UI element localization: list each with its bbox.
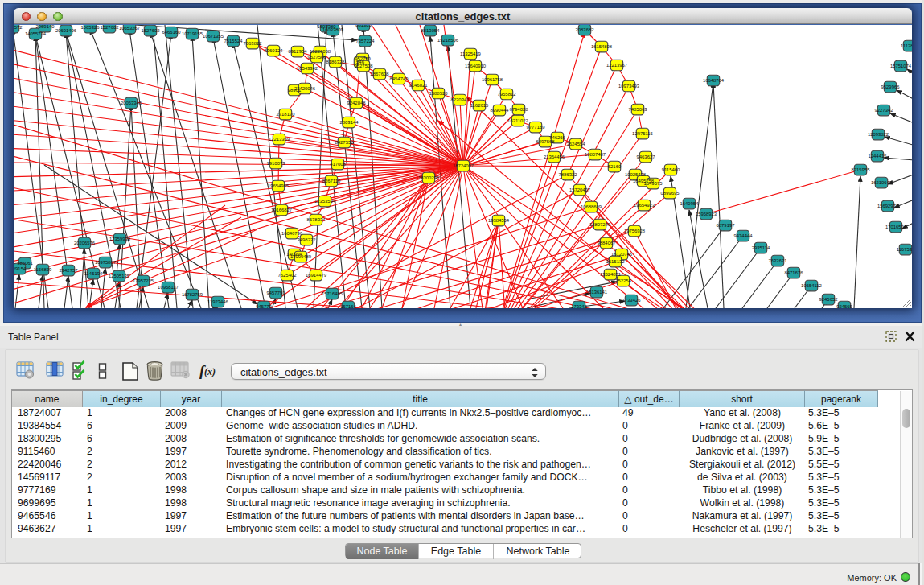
- svg-text:10671355: 10671355: [203, 34, 224, 39]
- svg-text:19654985: 19654985: [268, 183, 290, 188]
- svg-text:3498222: 3498222: [298, 237, 316, 242]
- svg-text:9115460: 9115460: [662, 167, 680, 172]
- svg-text:15958923: 15958923: [696, 212, 717, 216]
- svg-text:1733426: 1733426: [622, 298, 642, 303]
- svg-text:8215955: 8215955: [852, 167, 871, 172]
- svg-text:1112841: 1112841: [901, 43, 912, 48]
- svg-text:12093822: 12093822: [868, 132, 889, 137]
- svg-text:17016504: 17016504: [885, 225, 907, 229]
- svg-text:16120746: 16120746: [611, 252, 633, 257]
- svg-text:924565: 924565: [836, 304, 852, 308]
- svg-text:8813054: 8813054: [421, 28, 441, 33]
- svg-text:1244415: 1244415: [869, 154, 888, 159]
- svg-text:9529966: 9529966: [881, 84, 901, 89]
- svg-text:881305: 881305: [355, 25, 372, 27]
- svg-text:10958117: 10958117: [158, 285, 179, 290]
- svg-text:8454749: 8454749: [390, 76, 409, 81]
- svg-text:8267110: 8267110: [322, 179, 341, 183]
- svg-text:18724007: 18724007: [453, 163, 474, 168]
- svg-text:16211022: 16211022: [507, 118, 528, 123]
- svg-text:21364456: 21364456: [544, 154, 565, 159]
- svg-text:10975867: 10975867: [95, 260, 116, 265]
- svg-text:16046796: 16046796: [281, 231, 303, 236]
- svg-text:9777169: 9777169: [527, 125, 545, 130]
- svg-text:1588520: 1588520: [429, 91, 449, 96]
- svg-text:19166827: 19166827: [271, 208, 292, 212]
- svg-text:12975115: 12975115: [632, 131, 653, 136]
- svg-text:2803144: 2803144: [340, 120, 359, 125]
- svg-text:20206576: 20206576: [74, 241, 96, 245]
- svg-text:1640954: 1640954: [680, 201, 700, 206]
- svg-text:22420046: 22420046: [294, 86, 316, 91]
- svg-text:39154: 39154: [14, 266, 27, 271]
- svg-text:16033809: 16033809: [322, 27, 343, 32]
- svg-text:18807249: 18807249: [589, 222, 610, 227]
- svg-text:8186328: 8186328: [326, 60, 346, 64]
- svg-text:9457791: 9457791: [267, 290, 285, 295]
- svg-text:7663822: 7663822: [244, 41, 262, 46]
- svg-text:11923446: 11923446: [207, 299, 228, 304]
- svg-text:173342: 173342: [571, 304, 587, 308]
- svg-text:252254: 252254: [615, 278, 631, 283]
- svg-text:1156829: 1156829: [34, 267, 52, 272]
- svg-text:8471676: 8471676: [785, 270, 804, 275]
- svg-text:13640910: 13640910: [465, 64, 487, 68]
- svg-text:10654112: 10654112: [801, 283, 822, 288]
- svg-text:19654923: 19654923: [634, 203, 655, 208]
- svg-text:12213369: 12213369: [269, 137, 290, 142]
- svg-text:9527506: 9527506: [308, 55, 327, 60]
- svg-text:1615132: 1615132: [606, 259, 625, 264]
- svg-text:2942757: 2942757: [60, 268, 78, 273]
- svg-text:20691406: 20691406: [55, 28, 77, 33]
- svg-text:18300295: 18300295: [418, 175, 440, 180]
- svg-text:8678334: 8678334: [307, 217, 326, 222]
- svg-text:15751074: 15751074: [890, 64, 912, 68]
- svg-text:(x): (x): [204, 366, 216, 377]
- svg-text:12505135: 12505135: [109, 274, 130, 278]
- svg-text:9227342: 9227342: [875, 108, 893, 113]
- svg-text:7886322: 7886322: [559, 172, 577, 177]
- svg-text:9527508: 9527508: [355, 64, 374, 68]
- svg-text:10973493: 10973493: [618, 84, 640, 89]
- svg-text:19218506: 19218506: [437, 38, 459, 43]
- svg-text:985061: 985061: [17, 261, 33, 266]
- svg-text:1527602: 1527602: [101, 25, 119, 30]
- svg-text:8427552: 8427552: [335, 140, 354, 145]
- svg-text:9245652: 9245652: [819, 297, 838, 302]
- svg-text:10025438: 10025438: [625, 172, 647, 177]
- svg-text:1065326: 1065326: [81, 25, 101, 30]
- svg-text:8912954: 8912954: [289, 49, 308, 54]
- svg-text:10653267: 10653267: [119, 26, 140, 31]
- svg-text:62160: 62160: [608, 164, 622, 169]
- svg-text:19384554: 19384554: [488, 218, 510, 223]
- svg-text:7632621: 7632621: [769, 258, 787, 263]
- svg-text:17957235: 17957235: [133, 278, 154, 283]
- svg-text:15136141: 15136141: [586, 290, 607, 295]
- svg-text:1910073: 1910073: [267, 161, 286, 166]
- svg-text:1162615: 1162615: [470, 103, 489, 108]
- svg-text:8990444: 8990444: [491, 108, 510, 113]
- svg-text:11325419: 11325419: [460, 51, 481, 56]
- svg-text:1649575: 1649575: [644, 181, 663, 186]
- svg-text:10961758: 10961758: [482, 77, 503, 82]
- svg-text:16782759: 16782759: [182, 292, 203, 297]
- svg-text:15692971: 15692971: [877, 204, 898, 208]
- svg-text:7955812: 7955812: [498, 92, 516, 97]
- svg-text:9146821: 9146821: [409, 83, 428, 88]
- svg-text:2867608: 2867608: [371, 72, 390, 76]
- svg-text:945779: 945779: [256, 304, 272, 308]
- svg-text:746266: 746266: [549, 135, 565, 140]
- svg-text:14055724: 14055724: [25, 31, 47, 36]
- svg-text:12213967: 12213967: [606, 63, 627, 68]
- svg-text:1145194: 1145194: [84, 271, 103, 276]
- svg-text:12353594: 12353594: [314, 199, 336, 204]
- svg-text:1405572: 1405572: [14, 25, 22, 30]
- svg-text:16543342: 16543342: [297, 66, 318, 71]
- svg-text:9463627: 9463627: [637, 154, 655, 159]
- svg-text:7357224: 7357224: [356, 39, 376, 43]
- svg-text:19756928: 19756928: [624, 229, 646, 233]
- svg-text:2718170: 2718170: [277, 112, 296, 117]
- svg-text:10719155: 10719155: [182, 31, 203, 36]
- svg-text:15226058: 15226058: [310, 49, 331, 54]
- svg-text:8220341: 8220341: [451, 97, 470, 102]
